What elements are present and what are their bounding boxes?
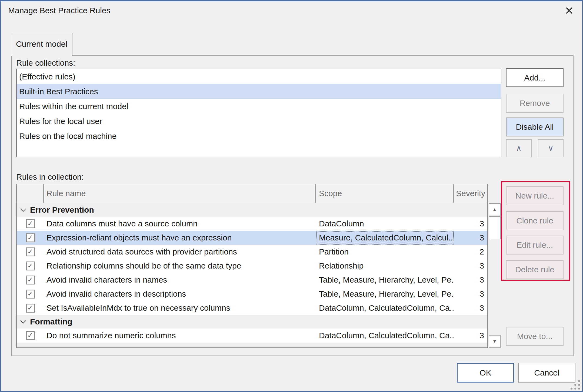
scope-column-header[interactable]: Scope bbox=[316, 184, 454, 203]
rules-table-header: Rule name Scope Severity bbox=[17, 184, 487, 203]
rules-table[interactable]: Rule name Scope Severity Error Preventio… bbox=[16, 184, 488, 348]
chevron-down-icon bbox=[20, 206, 26, 212]
rule-name-cell: Avoid invalid characters in names bbox=[44, 275, 316, 284]
rule-name-column-header[interactable]: Rule name bbox=[44, 184, 316, 203]
caret-up-icon: ∧ bbox=[516, 144, 522, 153]
resize-grip[interactable] bbox=[570, 380, 580, 390]
rule-collections-label: Rule collections: bbox=[16, 58, 75, 68]
rule-name-cell: Relationship columns should be of the sa… bbox=[44, 261, 316, 270]
scope-cell: Partition bbox=[316, 245, 454, 259]
dialog-title: Manage Best Practice Rules bbox=[8, 6, 111, 15]
caret-down-icon: ∨ bbox=[548, 144, 554, 153]
add-button[interactable]: Add... bbox=[506, 68, 564, 87]
rule-row[interactable]: ✓Expression-reliant objects must have an… bbox=[17, 231, 487, 245]
ok-button[interactable]: OK bbox=[457, 363, 514, 383]
clone-rule-button: Clone rule bbox=[506, 211, 564, 230]
check-icon: ✓ bbox=[27, 290, 33, 297]
scope-cell: DataColumn, CalculatedColumn, Ca... bbox=[316, 301, 454, 315]
scope-cell: Relationship bbox=[316, 259, 454, 273]
move-collection-down-button[interactable]: ∨ bbox=[538, 139, 564, 157]
chevron-down-icon bbox=[20, 318, 26, 323]
rule-name-cell: Set IsAvailableInMdx to true on necessar… bbox=[44, 303, 316, 313]
manage-best-practice-rules-dialog: Manage Best Practice Rules × Current mod… bbox=[0, 0, 583, 392]
rule-checkbox-cell: ✓ bbox=[17, 331, 44, 340]
disable-all-button[interactable]: Disable All bbox=[506, 118, 564, 136]
rule-row[interactable]: ✓Avoid invalid characters in description… bbox=[17, 287, 487, 301]
scope-cell: DataColumn, CalculatedColumn, Ca... bbox=[316, 329, 454, 343]
check-icon: ✓ bbox=[27, 276, 33, 283]
collection-list-item[interactable]: Rules for the local user bbox=[17, 114, 501, 129]
check-icon: ✓ bbox=[27, 234, 33, 241]
rule-name-cell: Avoid invalid characters in descriptions bbox=[44, 289, 316, 299]
rule-row[interactable]: ✓Avoid invalid characters in namesTable,… bbox=[17, 273, 487, 287]
rule-name-cell: Expression-reliant objects must have an … bbox=[44, 233, 316, 242]
check-icon: ✓ bbox=[27, 262, 33, 269]
rule-checkbox-cell: ✓ bbox=[17, 233, 44, 242]
rule-checkbox[interactable]: ✓ bbox=[26, 331, 35, 340]
close-icon[interactable]: × bbox=[561, 2, 577, 18]
checkbox-column-header[interactable] bbox=[17, 184, 44, 203]
group-row[interactable]: Formatting bbox=[17, 315, 487, 329]
scope-cell: Table, Measure, Hierarchy, Level, Pe... bbox=[316, 287, 454, 301]
rule-name-cell: Data columns must have a source column bbox=[44, 219, 316, 228]
remove-button: Remove bbox=[506, 94, 564, 113]
check-icon: ✓ bbox=[27, 220, 33, 227]
collection-list-item[interactable]: Built-in Best Practices bbox=[17, 84, 501, 99]
group-name: Formatting bbox=[30, 317, 72, 326]
rule-checkbox-cell: ✓ bbox=[17, 304, 44, 313]
severity-cell: 3 bbox=[454, 275, 487, 284]
severity-cell: 3 bbox=[454, 233, 487, 242]
rule-collections-list[interactable]: (Effective rules)Built-in Best Practices… bbox=[16, 69, 501, 157]
rule-checkbox-cell: ✓ bbox=[17, 276, 44, 284]
rule-row[interactable]: ✓Set IsAvailableInMdx to true on necessa… bbox=[17, 301, 487, 315]
move-to-button: Move to... bbox=[506, 327, 564, 346]
group-row[interactable]: Error Prevention bbox=[17, 203, 487, 217]
tab-current-model[interactable]: Current model bbox=[11, 33, 72, 56]
rule-checkbox[interactable]: ✓ bbox=[26, 262, 35, 270]
scrollbar-up-icon[interactable]: ▲ bbox=[489, 203, 501, 216]
check-icon: ✓ bbox=[27, 304, 33, 311]
rule-checkbox-cell: ✓ bbox=[17, 219, 44, 228]
rule-checkbox-cell: ✓ bbox=[17, 247, 44, 256]
rule-checkbox[interactable]: ✓ bbox=[26, 290, 35, 299]
edit-rule-button: Edit rule... bbox=[506, 236, 564, 254]
delete-rule-button: Delete rule bbox=[506, 260, 564, 279]
move-collection-up-button[interactable]: ∧ bbox=[506, 139, 532, 157]
scrollbar-thumb[interactable] bbox=[489, 216, 501, 239]
rules-scrollbar[interactable]: ▲ ▼ bbox=[489, 203, 501, 348]
rule-checkbox[interactable]: ✓ bbox=[26, 219, 35, 228]
rule-name-cell: Do not summarize numeric columns bbox=[44, 331, 316, 340]
severity-column-header[interactable]: Severity bbox=[454, 184, 487, 203]
rules-in-collection-label: Rules in collection: bbox=[16, 172, 84, 182]
rule-row[interactable]: ✓Relationship columns should be of the s… bbox=[17, 259, 487, 273]
severity-cell: 3 bbox=[454, 331, 487, 340]
rule-row[interactable]: ✓Do not summarize numeric columnsDataCol… bbox=[17, 329, 487, 343]
rule-checkbox[interactable]: ✓ bbox=[26, 276, 35, 284]
cancel-button[interactable]: Cancel bbox=[518, 363, 575, 383]
rule-checkbox[interactable]: ✓ bbox=[26, 247, 35, 256]
rule-checkbox[interactable]: ✓ bbox=[26, 233, 35, 242]
severity-cell: 3 bbox=[454, 219, 487, 228]
rules-table-body: Error Prevention✓Data columns must have … bbox=[17, 203, 487, 343]
collection-list-item[interactable]: (Effective rules) bbox=[17, 69, 501, 84]
severity-cell: 3 bbox=[454, 303, 487, 313]
rule-row[interactable]: ✓Avoid structured data sources with prov… bbox=[17, 245, 487, 259]
check-icon: ✓ bbox=[27, 248, 33, 255]
rule-row[interactable]: ✓Data columns must have a source columnD… bbox=[17, 217, 487, 231]
rule-checkbox-cell: ✓ bbox=[17, 290, 44, 299]
severity-cell: 2 bbox=[454, 247, 487, 256]
severity-cell: 3 bbox=[454, 261, 487, 270]
collection-list-item[interactable]: Rules within the current model bbox=[17, 99, 501, 114]
rule-checkbox[interactable]: ✓ bbox=[26, 304, 35, 313]
scrollbar-down-icon[interactable]: ▼ bbox=[489, 335, 501, 348]
scope-cell: Table, Measure, Hierarchy, Level, Pe... bbox=[316, 273, 454, 287]
scope-cell: Measure, CalculatedColumn, Calcul... bbox=[316, 231, 454, 245]
collection-list-item[interactable]: Rules on the local machine bbox=[17, 129, 501, 143]
new-rule-button: New rule... bbox=[506, 186, 564, 205]
severity-cell: 3 bbox=[454, 289, 487, 299]
rule-name-cell: Avoid structured data sources with provi… bbox=[44, 247, 316, 256]
check-icon: ✓ bbox=[27, 332, 33, 339]
group-name: Error Prevention bbox=[30, 205, 94, 215]
scope-cell: DataColumn bbox=[316, 217, 454, 231]
rule-checkbox-cell: ✓ bbox=[17, 262, 44, 270]
